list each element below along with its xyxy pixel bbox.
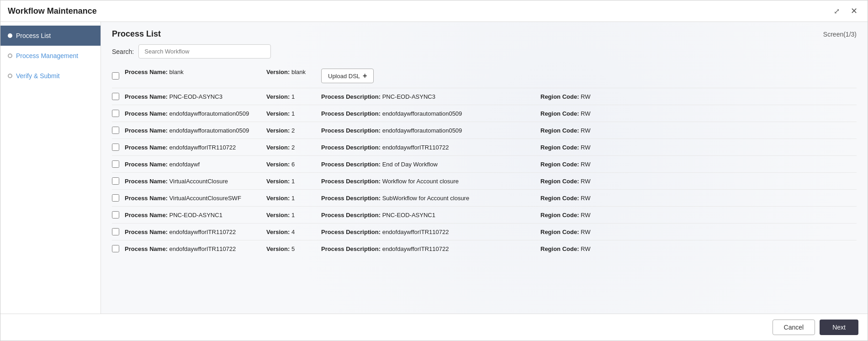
region-code: Region Code: RW [540, 178, 857, 185]
process-name: Process Name: endofdaywf [125, 161, 266, 168]
row-checkbox[interactable] [112, 144, 119, 151]
row-checkbox[interactable] [112, 177, 119, 185]
sidebar-item-verify-submit[interactable]: Verify & Submit [0, 66, 101, 86]
table-row: Process Name: endofdaywfforITR110722Vers… [112, 224, 857, 240]
table-row: Process Name: endofdaywfforITR110722Vers… [112, 139, 857, 156]
row-checkbox[interactable] [112, 72, 119, 80]
close-icon: ✕ [851, 6, 857, 16]
resize-button[interactable]: ⤢ [831, 5, 842, 17]
process-description: Process Description: SubWorkflow for Acc… [321, 195, 540, 202]
table-row: Process Name: PNC-EOD-ASYNC1Version: 1Pr… [112, 207, 857, 224]
region-code: Region Code: RW [540, 195, 857, 202]
next-button[interactable]: Next [820, 320, 858, 335]
process-info: Process Name: PNC-EOD-ASYNC1Version: 1Pr… [125, 212, 857, 218]
process-list: Process Name: blankVersion: blankUpload … [101, 64, 868, 314]
process-description: Process Description: endofdaywfforautoma… [321, 110, 540, 117]
upload-label: Upload DSL [328, 73, 360, 80]
process-name: Process Name: blank [125, 69, 266, 75]
process-info: Process Name: VirtualAccountClosureSWFVe… [125, 195, 857, 202]
process-info: Process Name: endofdaywfforITR110722Vers… [125, 229, 857, 235]
process-name: Process Name: endofdaywfforautomation050… [125, 127, 266, 134]
plus-icon: + [363, 72, 367, 80]
row-checkbox[interactable] [112, 160, 119, 168]
upload-dsl-button[interactable]: Upload DSL + [321, 69, 374, 83]
sidebar-item-process-list[interactable]: Process List [0, 26, 101, 46]
modal-header: Workflow Maintenance ⤢ ✕ [0, 0, 868, 22]
process-description: Process Description: endofdaywfforITR110… [321, 144, 540, 151]
table-row: Process Name: blankVersion: blankUpload … [112, 64, 857, 88]
sidebar-item-label: Process List [16, 32, 51, 39]
sidebar-item-label: Process Management [16, 52, 78, 59]
region-code: Region Code: RW [540, 229, 857, 235]
screen-indicator: Screen(1/3) [823, 31, 857, 38]
process-info: Process Name: VirtualAccountClosureVersi… [125, 178, 857, 185]
row-checkbox[interactable] [112, 211, 119, 218]
modal-title: Workflow Maintenance [8, 6, 97, 16]
inactive-dot-icon [8, 74, 12, 78]
content-header: Process List Screen(1/3) [101, 22, 868, 43]
content-title: Process List [112, 29, 161, 39]
row-checkbox[interactable] [112, 228, 119, 235]
process-description: Process Description: PNC-EOD-ASYNC1 [321, 212, 540, 218]
row-checkbox[interactable] [112, 194, 119, 202]
region-code: Region Code: RW [540, 212, 857, 218]
row-checkbox[interactable] [112, 93, 119, 100]
process-version: Version: 4 [266, 229, 321, 235]
process-version: Version: 1 [266, 110, 321, 117]
table-row: Process Name: VirtualAccountClosureVersi… [112, 173, 857, 190]
process-info: Process Name: endofdaywfforautomation050… [125, 127, 857, 134]
modal-container: Workflow Maintenance ⤢ ✕ Process List Pr… [0, 0, 868, 341]
table-row: Process Name: VirtualAccountClosureSWFVe… [112, 190, 857, 207]
process-description: Process Description: endofdaywfforITR110… [321, 245, 540, 252]
table-row: Process Name: endofdaywfforITR110722Vers… [112, 240, 857, 257]
table-row: Process Name: PNC-EOD-ASYNC3Version: 1Pr… [112, 88, 857, 105]
process-version: Version: 1 [266, 178, 321, 185]
process-version: Version: blank [266, 69, 321, 75]
process-info: Process Name: blankVersion: blankUpload … [125, 69, 857, 83]
process-name: Process Name: endofdaywfforITR110722 [125, 144, 266, 151]
process-version: Version: 1 [266, 212, 321, 218]
upload-col: Upload DSL + [321, 69, 390, 83]
process-name: Process Name: VirtualAccountClosure [125, 178, 266, 185]
process-description: Process Description: endofdaywfforautoma… [321, 127, 540, 134]
row-checkbox[interactable] [112, 110, 119, 117]
process-version: Version: 2 [266, 144, 321, 151]
table-row: Process Name: endofdaywfVersion: 6Proces… [112, 156, 857, 173]
process-version: Version: 6 [266, 161, 321, 168]
process-info: Process Name: endofdaywfforITR110722Vers… [125, 245, 857, 252]
close-button[interactable]: ✕ [848, 5, 860, 17]
process-description: Process Description: Workflow for Accoun… [321, 178, 540, 185]
search-input[interactable] [138, 44, 271, 59]
process-name: Process Name: endofdaywfforITR110722 [125, 245, 266, 252]
process-version: Version: 1 [266, 93, 321, 100]
process-info: Process Name: endofdaywfVersion: 6Proces… [125, 161, 857, 168]
region-code: Region Code: RW [540, 245, 857, 252]
region-code: Region Code: RW [540, 144, 857, 151]
row-checkbox[interactable] [112, 127, 119, 134]
search-label: Search: [112, 48, 134, 55]
region-code: Region Code: RW [540, 161, 857, 168]
table-row: Process Name: endofdaywfforautomation050… [112, 105, 857, 122]
region-code: Region Code: RW [540, 110, 857, 117]
region-code: Region Code: RW [540, 127, 857, 134]
process-name: Process Name: PNC-EOD-ASYNC1 [125, 212, 266, 218]
main-content: Process List Screen(1/3) Search: Process… [101, 22, 868, 314]
region-code: Region Code: RW [540, 93, 857, 100]
process-info: Process Name: endofdaywfforITR110722Vers… [125, 144, 857, 151]
sidebar: Process List Process Management Verify &… [0, 22, 101, 314]
sidebar-item-process-management[interactable]: Process Management [0, 46, 101, 66]
process-description: Process Description: End of Day Workflow [321, 161, 540, 168]
process-version: Version: 1 [266, 195, 321, 202]
modal-footer: Cancel Next [0, 314, 868, 341]
resize-icon: ⤢ [834, 7, 840, 15]
process-name: Process Name: PNC-EOD-ASYNC3 [125, 93, 266, 100]
process-description: Process Description: endofdaywfforITR110… [321, 229, 540, 235]
cancel-button[interactable]: Cancel [773, 320, 815, 335]
active-dot-icon [8, 33, 12, 38]
process-version: Version: 2 [266, 127, 321, 134]
process-description: Process Description: PNC-EOD-ASYNC3 [321, 93, 540, 100]
row-checkbox[interactable] [112, 245, 119, 252]
modal-body: Process List Process Management Verify &… [0, 22, 868, 314]
process-info: Process Name: endofdaywfforautomation050… [125, 110, 857, 117]
process-info: Process Name: PNC-EOD-ASYNC3Version: 1Pr… [125, 93, 857, 100]
